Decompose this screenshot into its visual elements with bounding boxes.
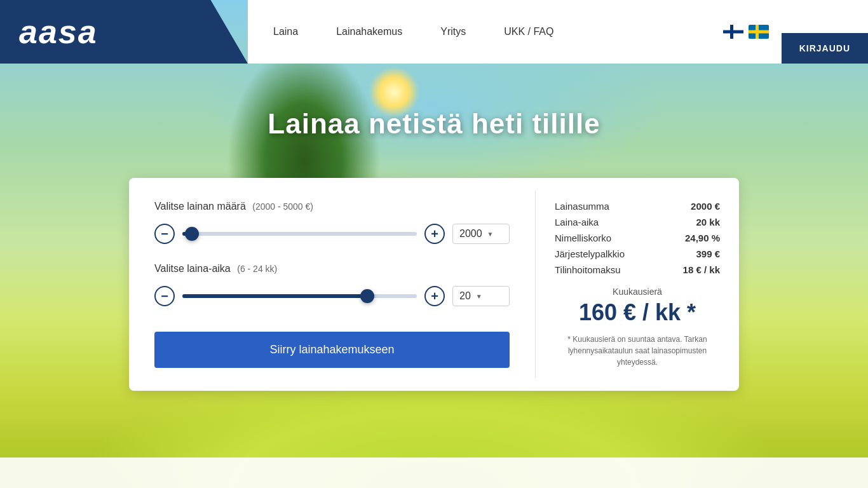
nav-links: Laina Lainahakemus Yritys UKK / FAQ xyxy=(248,0,710,64)
period-slider-fill xyxy=(182,294,365,298)
apply-button[interactable]: Siirry lainahakemukseen xyxy=(154,332,510,368)
calculator-card: Valitse lainan määrä (2000 - 5000 €) − +… xyxy=(129,178,739,391)
calculator-left: Valitse lainan määrä (2000 - 5000 €) − +… xyxy=(129,178,535,391)
nimelliskorko-row: Nimelliskorko 24,90 % xyxy=(555,233,720,243)
period-label: Valitse laina-aika (6 - 24 kk) xyxy=(154,263,510,274)
lainasumma-row: Lainasumma 2000 € xyxy=(555,201,720,212)
amount-value: 2000 xyxy=(459,228,482,240)
amount-dropdown-arrow: ▼ xyxy=(487,231,494,238)
disclaimer-text: * Kuukausierä on suuntaa antava. Tarkan … xyxy=(555,334,720,368)
logo: aasa xyxy=(19,13,98,51)
lainasumma-label: Lainasumma xyxy=(555,201,609,212)
period-slider-track[interactable] xyxy=(182,294,417,298)
bottom-strip xyxy=(0,458,868,488)
nav-yritys[interactable]: Yritys xyxy=(440,26,466,37)
tilinhoitomaksu-row: Tilinhoitomaksu 18 € / kk xyxy=(555,264,720,275)
kuukausiera-label: Kuukausierä xyxy=(613,287,662,297)
period-dropdown-arrow: ▼ xyxy=(476,293,482,300)
amount-value-box[interactable]: 2000 ▼ xyxy=(452,224,510,244)
period-value: 20 xyxy=(459,290,471,302)
jarjestelypalkkio-value: 399 € xyxy=(696,248,720,259)
monthly-amount: 160 € / kk * xyxy=(579,299,696,326)
tilinhoitomaksu-label: Tilinhoitomaksu xyxy=(555,264,621,275)
period-decrease-button[interactable]: − xyxy=(154,286,175,306)
nimelliskorko-label: Nimelliskorko xyxy=(555,233,611,243)
login-button-wrap: KIRJAUDU xyxy=(782,0,868,64)
period-increase-button[interactable]: + xyxy=(424,286,445,306)
flag-sweden[interactable] xyxy=(749,25,769,39)
period-range-hint: (6 - 24 kk) xyxy=(237,264,277,274)
amount-slider-thumb[interactable] xyxy=(185,227,199,241)
laina-aika-row: Laina-aika 20 kk xyxy=(555,217,720,227)
amount-slider-row: − + 2000 ▼ xyxy=(154,224,510,244)
jarjestelypalkkio-label: Järjestelypalkkio xyxy=(555,248,625,259)
lainasumma-value: 2000 € xyxy=(691,201,720,212)
flag-finland[interactable] xyxy=(723,25,743,39)
laina-aika-label: Laina-aika xyxy=(555,217,599,227)
amount-increase-button[interactable]: + xyxy=(424,224,445,244)
nimelliskorko-value: 24,90 % xyxy=(685,233,720,243)
period-slider-row: − + 20 ▼ xyxy=(154,286,510,306)
login-button[interactable]: KIRJAUDU xyxy=(782,33,868,64)
logo-area: aasa xyxy=(0,0,248,64)
jarjestelypalkkio-row: Järjestelypalkkio 399 € xyxy=(555,248,720,259)
amount-range-hint: (2000 - 5000 €) xyxy=(252,201,313,212)
nav-laina[interactable]: Laina xyxy=(273,26,298,37)
calculator-right: Lainasumma 2000 € Laina-aika 20 kk Nimel… xyxy=(536,178,739,391)
nav-ukk[interactable]: UKK / FAQ xyxy=(504,26,553,37)
amount-slider-track[interactable] xyxy=(182,232,417,236)
nav-lainahakemus[interactable]: Lainahakemus xyxy=(336,26,402,37)
tilinhoitomaksu-value: 18 € / kk xyxy=(683,264,720,275)
amount-label: Valitse lainan määrä (2000 - 5000 €) xyxy=(154,201,510,212)
amount-decrease-button[interactable]: − xyxy=(154,224,175,244)
language-flags xyxy=(710,0,782,64)
hero-title: Lainaa netistä heti tilille xyxy=(0,108,868,140)
period-value-box[interactable]: 20 ▼ xyxy=(452,286,510,306)
hero-title-area: Lainaa netistä heti tilille xyxy=(0,108,868,140)
period-slider-thumb[interactable] xyxy=(360,289,374,303)
navbar: aasa Laina Lainahakemus Yritys UKK / FAQ… xyxy=(0,0,868,64)
laina-aika-value: 20 kk xyxy=(696,217,720,227)
